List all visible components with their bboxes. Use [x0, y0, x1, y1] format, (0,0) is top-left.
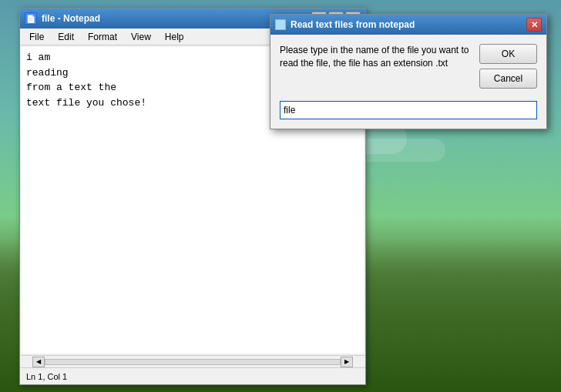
menu-help[interactable]: Help [159, 30, 190, 44]
dialog-input-row [280, 101, 537, 119]
ok-button[interactable]: OK [479, 44, 537, 64]
menu-file[interactable]: File [23, 30, 50, 44]
statusbar-text: Ln 1, Col 1 [26, 372, 67, 381]
dialog-icon [275, 19, 286, 30]
dialog-titlebar: Read text files from notepad ✕ [270, 15, 546, 35]
notepad-statusbar: Ln 1, Col 1 [20, 367, 365, 384]
horizontal-scrollbar[interactable]: ◀ ▶ [20, 355, 365, 367]
scroll-left-arrow[interactable]: ◀ [32, 357, 45, 367]
filename-input[interactable] [280, 101, 537, 119]
dialog-message: Please type in the name of the file you … [280, 44, 472, 70]
scrollbar-track-h[interactable] [45, 359, 341, 365]
dialog-top-row: Please type in the name of the file you … [280, 44, 537, 89]
menu-view[interactable]: View [125, 30, 157, 44]
menu-edit[interactable]: Edit [52, 30, 80, 44]
dialog-window: Read text files from notepad ✕ Please ty… [270, 14, 547, 129]
dialog-title: Read text files from notepad [291, 19, 522, 30]
dialog-close-button[interactable]: ✕ [526, 18, 542, 32]
scroll-right-arrow[interactable]: ▶ [341, 357, 353, 367]
notepad-title: file - Notepad [42, 13, 307, 24]
notepad-icon [25, 12, 37, 25]
cancel-button[interactable]: Cancel [479, 69, 537, 89]
menu-format[interactable]: Format [82, 30, 123, 44]
dialog-body: Please type in the name of the file you … [270, 35, 546, 129]
dialog-buttons: OK Cancel [479, 44, 537, 89]
